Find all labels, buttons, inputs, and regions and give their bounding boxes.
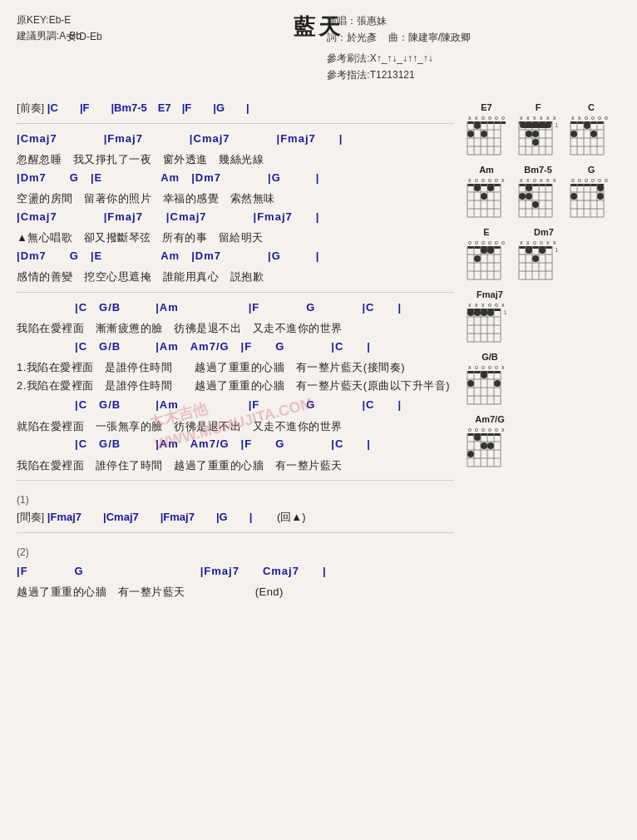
svg-text:o: o xyxy=(591,177,595,183)
svg-text:o: o xyxy=(488,427,491,432)
svg-text:x: x xyxy=(546,240,550,245)
svg-text:o: o xyxy=(598,177,601,183)
chorus2-lyrics1: 就陷在愛裡面 一張無享的臉 彷彿是退不出 又走不進你的世界 xyxy=(17,418,454,435)
svg-text:x: x xyxy=(526,115,530,121)
svg-text:o: o xyxy=(468,427,472,432)
svg-text:o: o xyxy=(501,115,505,121)
credits: 詞：於光彥 曲：陳建寧/陳政卿 xyxy=(327,29,471,46)
svg-point-17 xyxy=(467,131,474,137)
svg-text:x: x xyxy=(533,115,536,121)
prelude-section: [前奏] |C |F |Bm7-5 E7 |F |G | xyxy=(17,100,454,116)
chords-sidebar: E7 x x o o o o xyxy=(462,100,620,605)
meta-right: 演唱：張惠妹 詞：於光彥 曲：陳建寧/陳政卿 參考刷法:X↑_↑↓_↓↑↑_↑↓… xyxy=(327,12,471,84)
svg-text:o: o xyxy=(468,240,472,245)
chorus1-lyrics2b: 2.我陷在愛裡面 是誰停住時間 越過了重重的心牆 有一整片藍天(原曲以下升半音) xyxy=(17,378,454,394)
svg-text:x: x xyxy=(553,240,556,245)
svg-text:o: o xyxy=(605,177,608,183)
svg-text:o: o xyxy=(540,240,543,245)
verse1-section: |Cmaj7 |Fmaj7 |Cmaj7 |Fmaj7 | 忽醒忽睡 我又掙扎了… xyxy=(17,131,454,285)
svg-text:o: o xyxy=(488,302,491,308)
svg-text:o: o xyxy=(598,115,601,121)
prelude-line: [前奏] |C |F |Bm7-5 E7 |F |G | xyxy=(17,100,454,116)
svg-point-224 xyxy=(474,434,481,441)
svg-text:x: x xyxy=(520,240,523,245)
svg-text:o: o xyxy=(495,364,498,370)
svg-point-162 xyxy=(539,247,546,254)
svg-text:o: o xyxy=(475,364,478,370)
svg-text:o: o xyxy=(495,177,498,183)
music-by: 曲：陳建寧/陳政卿 xyxy=(388,32,471,43)
svg-text:x: x xyxy=(571,115,575,121)
interlude-return: (回▲) xyxy=(277,511,306,523)
svg-point-181 xyxy=(467,309,474,316)
svg-text:x: x xyxy=(481,302,485,308)
svg-text:o: o xyxy=(481,240,485,245)
singer: 演唱：張惠妹 xyxy=(327,12,471,29)
main-content: [前奏] |C |F |Bm7-5 E7 |F |G | |Cmaj7 |Fma… xyxy=(17,100,620,605)
svg-text:1: 1 xyxy=(503,309,507,316)
outro-lyrics: 越過了重重的心牆 有一整片藍天 (End) xyxy=(17,584,454,600)
verse1-lyrics2: 空盪的房間 留著你的照片 幸福的感覺 索然無味 xyxy=(17,190,454,207)
chord-E7: E7 x x o o o o xyxy=(467,102,506,156)
svg-point-100 xyxy=(526,185,532,191)
svg-text:o: o xyxy=(475,427,478,432)
svg-point-183 xyxy=(481,309,487,316)
svg-point-160 xyxy=(526,247,532,254)
verse1-lyrics1: 忽醒忽睡 我又掙扎了一夜 窗外透進 幾絲光線 xyxy=(17,151,454,168)
svg-point-225 xyxy=(481,442,487,449)
svg-text:o: o xyxy=(585,177,588,183)
lyrics-section: [前奏] |C |F |Bm7-5 E7 |F |G | |Cmaj7 |Fma… xyxy=(17,100,454,605)
svg-point-140 xyxy=(474,255,481,262)
svg-point-226 xyxy=(487,442,494,449)
svg-rect-212 xyxy=(467,433,501,436)
chord-row-3: E o o o o o o xyxy=(462,225,620,284)
svg-text:x: x xyxy=(546,177,550,183)
svg-text:x: x xyxy=(578,115,581,121)
chorus2-section: |C G/B |Am |F G |C | 就陷在愛裡面 一張無享的臉 彷彿是退不… xyxy=(17,397,454,473)
meta-left: 原KEY:Eb-E 建議男調:A-Bb 女:D-Eb xyxy=(17,12,102,46)
svg-text:o: o xyxy=(533,240,536,245)
chord-row-5: G/B x o o o o x xyxy=(462,349,620,408)
chord-row-6: Am7/G o o o o o x xyxy=(462,412,620,471)
svg-text:o: o xyxy=(475,177,478,183)
svg-text:x: x xyxy=(501,177,505,183)
chorus1-chords1: |C G/B |Am |F G |C | xyxy=(17,299,454,316)
chord-G/B: G/B x o o o o x xyxy=(467,352,513,406)
svg-point-102 xyxy=(532,201,539,208)
end-marker: (End) xyxy=(255,586,284,598)
svg-text:o: o xyxy=(495,240,498,245)
interlude-number: (1) xyxy=(17,492,29,507)
chord-G: G o o o o o o xyxy=(570,165,613,219)
svg-point-141 xyxy=(481,247,487,254)
lyrics-by: 詞：於光彥 xyxy=(327,32,377,43)
chord-row-2: Am x o o o o x xyxy=(462,162,620,221)
svg-text:o: o xyxy=(488,240,491,245)
svg-text:x: x xyxy=(468,364,472,370)
chorus2-chords1: |C G/B |Am |F G |C | xyxy=(17,397,454,413)
svg-text:x: x xyxy=(526,177,530,183)
svg-point-79 xyxy=(474,185,481,191)
chord-row-4: Fmaj7 x x x o o x xyxy=(462,287,620,346)
outro-chords: |F G |Fmaj7 Cmaj7 | xyxy=(17,563,454,580)
svg-point-101 xyxy=(526,193,532,200)
svg-text:x: x xyxy=(546,115,550,121)
svg-text:1: 1 xyxy=(555,121,558,129)
svg-text:x: x xyxy=(540,115,543,121)
svg-text:o: o xyxy=(533,177,536,183)
svg-text:x: x xyxy=(475,302,478,308)
outro-section: (2) |F G |Fmaj7 Cmaj7 | 越過了重重的心牆 有一整片藍天 … xyxy=(17,540,454,600)
interlude-label: [間奏] xyxy=(17,511,44,523)
svg-text:o: o xyxy=(495,115,498,121)
chord-Am7/G: Am7/G o o o o o x xyxy=(467,414,513,468)
strumming: 參考刷法:X↑_↑↓_↓↑↑_↑↓ xyxy=(327,50,471,67)
svg-text:o: o xyxy=(488,364,491,370)
verse1-chords3: |Cmaj7 |Fmaj7 |Cmaj7 |Fmaj7 | xyxy=(17,209,454,225)
svg-text:o: o xyxy=(488,115,491,121)
svg-text:o: o xyxy=(571,177,575,183)
svg-point-61 xyxy=(590,131,597,137)
svg-point-19 xyxy=(481,131,487,137)
svg-rect-88 xyxy=(519,184,552,186)
svg-text:o: o xyxy=(488,177,491,183)
chord-F: F x x x x x x xyxy=(518,102,558,156)
svg-text:o: o xyxy=(481,115,485,121)
